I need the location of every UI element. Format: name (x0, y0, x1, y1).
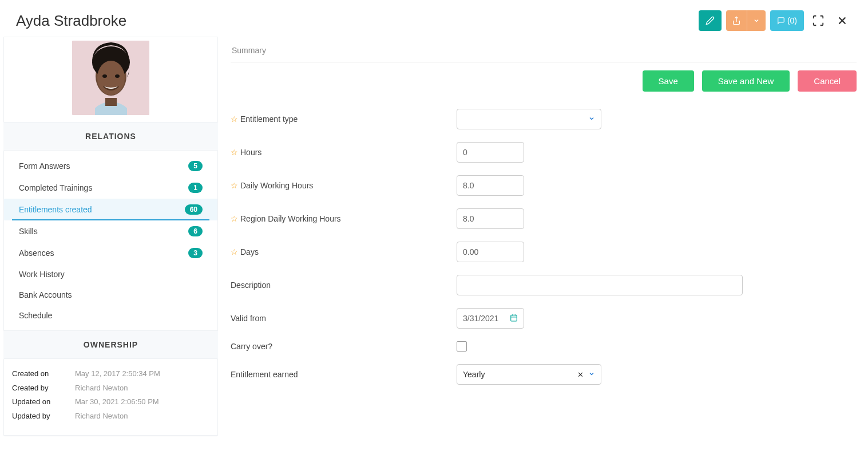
ownership-label: Updated by (12, 409, 75, 424)
sidebar-item-badge: 6 (188, 226, 203, 236)
valid-from-date-input[interactable]: 3/31/2021 (457, 308, 524, 329)
entitlement-earned-select[interactable]: Yearly ✕ (457, 364, 601, 385)
save-button[interactable]: Save (643, 70, 694, 92)
sidebar: RELATIONS Form Answers 5 Completed Train… (3, 37, 218, 436)
chevron-down-icon (753, 17, 760, 24)
region-daily-input[interactable] (457, 208, 524, 229)
sidebar-item-badge: 1 (188, 183, 203, 193)
ownership-label: Created on (12, 367, 75, 381)
sidebar-item-label: Form Answers (19, 161, 70, 171)
sidebar-item-label: Completed Trainings (19, 183, 92, 192)
hours-input[interactable] (457, 142, 524, 163)
ownership-label: Updated on (12, 395, 75, 409)
field-label-entitlement-earned: Entitlement earned (231, 370, 298, 379)
cancel-button[interactable]: Cancel (798, 70, 857, 92)
share-button[interactable] (726, 10, 747, 31)
form-actions: Save Save and New Cancel (231, 62, 857, 102)
sidebar-item-absences[interactable]: Absences 3 (4, 242, 217, 264)
sidebar-item-label: Entitlements created (19, 205, 92, 214)
daily-hours-input[interactable] (457, 175, 524, 196)
sidebar-item-skills[interactable]: Skills 6 (4, 220, 217, 242)
entitlement-form: ☆ Entitlement type ☆ (231, 102, 857, 385)
carry-over-checkbox[interactable] (457, 341, 467, 352)
sidebar-item-badge: 5 (188, 161, 203, 171)
days-input[interactable] (457, 242, 524, 262)
svg-point-7 (102, 74, 107, 78)
field-label-region-daily: Region Daily Working Hours (240, 214, 341, 223)
avatar-container (4, 37, 217, 122)
ownership-value: Richard Newton (75, 409, 128, 424)
required-star-icon: ☆ (231, 115, 238, 124)
comments-button[interactable]: (0) (770, 10, 804, 31)
chevron-down-icon (588, 115, 595, 124)
fullscreen-button[interactable] (808, 11, 828, 30)
description-input[interactable] (457, 275, 743, 295)
share-icon (732, 16, 741, 25)
required-star-icon: ☆ (231, 214, 238, 223)
edit-button[interactable] (699, 10, 722, 31)
share-button-group (726, 10, 766, 31)
entitlement-type-select[interactable] (457, 109, 601, 129)
svg-rect-10 (511, 315, 517, 321)
sidebar-item-label: Schedule (19, 311, 52, 320)
page-title: Ayda Stradbroke (16, 12, 126, 30)
required-star-icon: ☆ (231, 181, 238, 190)
field-label-daily-hours: Daily Working Hours (240, 181, 313, 190)
sidebar-item-bank-accounts[interactable]: Bank Accounts (4, 285, 217, 305)
sidebar-item-label: Absences (19, 248, 54, 258)
close-button[interactable] (833, 11, 852, 30)
sidebar-item-label: Work History (19, 270, 65, 279)
comment-icon (777, 17, 785, 25)
comments-count: (0) (787, 16, 797, 25)
sidebar-item-label: Skills (19, 227, 38, 236)
field-label-carry-over: Carry over? (231, 342, 272, 351)
svg-point-8 (115, 74, 120, 78)
select-value: Yearly (463, 370, 485, 379)
required-star-icon: ☆ (231, 247, 238, 256)
ownership-value: May 12, 2017 2:50:34 PM (75, 367, 160, 381)
ownership-label: Created by (12, 381, 75, 396)
field-label-days: Days (240, 247, 259, 256)
ownership-value: Richard Newton (75, 381, 128, 396)
required-star-icon: ☆ (231, 148, 238, 157)
close-icon (836, 14, 849, 27)
ownership-value: Mar 30, 2021 2:06:50 PM (75, 395, 159, 409)
avatar (72, 41, 149, 115)
pencil-icon (706, 16, 715, 25)
relations-header: RELATIONS (3, 123, 218, 150)
chevron-down-icon (588, 370, 595, 379)
share-dropdown-button[interactable] (747, 10, 766, 31)
field-label-entitlement-type: Entitlement type (240, 115, 298, 124)
calendar-icon (510, 314, 518, 323)
sidebar-item-schedule[interactable]: Schedule (4, 305, 217, 326)
svg-rect-9 (105, 98, 117, 106)
sidebar-item-completed-trainings[interactable]: Completed Trainings 1 (4, 177, 217, 199)
sidebar-item-entitlements-created[interactable]: Entitlements created 60 (4, 199, 217, 220)
sidebar-item-label: Bank Accounts (19, 290, 72, 299)
field-label-valid-from: Valid from (231, 314, 266, 323)
tab-summary[interactable]: Summary (231, 42, 857, 62)
save-and-new-button[interactable]: Save and New (702, 70, 790, 92)
sidebar-item-work-history[interactable]: Work History (4, 264, 217, 285)
ownership-header: OWNERSHIP (3, 331, 218, 358)
sidebar-item-form-answers[interactable]: Form Answers 5 (4, 155, 217, 177)
relations-list: Form Answers 5 Completed Trainings 1 Ent… (3, 150, 218, 331)
clear-select-icon[interactable]: ✕ (577, 370, 584, 379)
fullscreen-icon (812, 14, 825, 27)
sidebar-item-badge: 3 (188, 248, 203, 258)
field-label-description: Description (231, 281, 271, 290)
date-value: 3/31/2021 (463, 314, 498, 323)
header-actions: (0) (699, 10, 852, 31)
sidebar-item-badge: 60 (185, 204, 203, 215)
main-panel: Summary Save Save and New Cancel ☆ Entit… (225, 37, 868, 436)
ownership-panel: Created on May 12, 2017 2:50:34 PM Creat… (3, 358, 218, 436)
field-label-hours: Hours (240, 148, 261, 157)
